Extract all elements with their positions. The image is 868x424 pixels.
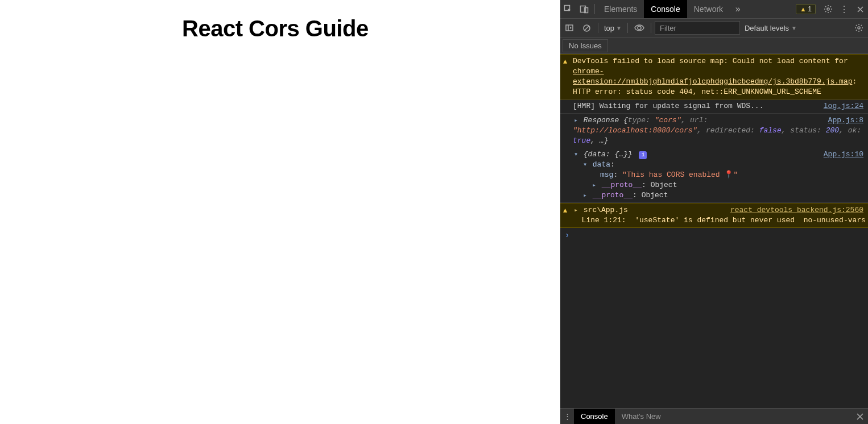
console-log-area: ▲ DevTools failed to load source map: Co… [560,54,868,408]
device-toggle-icon[interactable] [576,0,592,18]
kebab-menu-icon[interactable]: ⋮ [836,0,852,18]
warnings-count: 1 [808,5,812,13]
live-expression-icon[interactable] [631,19,647,37]
warning-icon: ▲ [800,6,806,13]
settings-icon[interactable] [820,0,836,18]
separator [594,4,595,14]
tab-elements[interactable]: Elements [597,0,644,18]
prop-key: msg [600,171,613,179]
tab-console[interactable]: Console [644,0,687,18]
prop-key: data [593,160,610,169]
log-hmr: log.js:24 [HMR] Waiting for update signa… [560,99,868,114]
log-warning-sourcemap: ▲ DevTools failed to load source map: Co… [560,54,868,99]
proto-key: __proto__ [593,191,633,199]
chevron-down-icon: ▼ [791,25,797,31]
chevron-down-icon: ▼ [616,25,622,31]
separator [627,23,628,33]
collapse-arrow-icon[interactable] [573,149,579,160]
object-summary: {data: {…}} [584,150,633,159]
drawer-tab-whatsnew[interactable]: What's New [615,409,668,424]
svg-point-6 [638,26,641,30]
prop-value: "This has CORS enabled 📍" [622,171,738,179]
separator [651,23,651,33]
console-toolbar: top ▼ Default levels ▼ [560,19,868,38]
log-levels-selector[interactable]: Default levels ▼ [741,24,800,32]
tab-network[interactable]: Network [687,0,730,18]
devtools-tab-bar: Elements Console Network » ▲ 1 ⋮ [560,0,868,19]
log-levels-label: Default levels [745,24,789,32]
close-icon[interactable] [852,409,868,424]
svg-point-7 [858,27,860,29]
no-issues-button[interactable]: No Issues [563,39,608,52]
devtools-panel: Elements Console Network » ▲ 1 ⋮ top [560,0,868,424]
page-content: React Cors Guide [0,0,560,424]
expand-arrow-icon[interactable] [591,180,597,190]
warn-text-lead: DevTools failed to load source map: Coul… [573,57,848,65]
expand-arrow-icon[interactable] [573,115,579,126]
console-prompt[interactable]: › [560,228,868,243]
source-link[interactable]: log.js:24 [824,101,863,111]
expand-arrow-icon[interactable] [582,190,588,201]
page-title: React Cors Guide [182,16,543,41]
proto-key: __proto__ [602,181,642,189]
info-badge-icon[interactable]: i [639,151,647,159]
drawer-tab-console[interactable]: Console [574,409,615,424]
log-warning-lint: ▲ react_devtools_backend.js:2560 src\App… [560,203,868,228]
log-response: App.js:8 Response {type: "cors", url: "h… [560,114,868,148]
source-link[interactable]: App.js:8 [828,115,863,126]
source-link[interactable]: App.js:10 [824,149,863,160]
sidebar-toggle-icon[interactable] [561,19,577,37]
context-selector[interactable]: top ▼ [602,23,624,34]
log-text: [HMR] Waiting for update signal from WDS… [573,102,763,110]
more-tabs-icon[interactable]: » [730,0,746,18]
warn-body: Line 1:21: 'useState' is defined but nev… [573,216,866,225]
console-settings-icon[interactable] [851,19,867,37]
context-label: top [604,24,614,32]
kebab-menu-icon[interactable]: ⋮ [560,409,574,424]
proto-value: : Object [633,191,668,199]
warnings-badge[interactable]: ▲ 1 [796,4,816,14]
expand-arrow-icon[interactable] [573,205,579,215]
close-icon[interactable] [852,0,868,18]
separator [598,23,598,33]
issues-bar: No Issues [560,38,868,54]
inspect-icon[interactable] [560,0,576,18]
svg-point-3 [827,8,829,10]
clear-console-icon[interactable] [578,19,594,37]
log-object-expanded: App.js:10 {data: {…}} i data: msg: "This… [560,148,868,203]
filter-input[interactable] [655,21,740,35]
sourcemap-link[interactable]: chrome-extension://nmibbjghlmdiafjolcphd… [573,67,852,86]
warning-icon: ▲ [563,206,567,216]
warn-file: src\App.js [584,206,628,214]
warning-icon: ▲ [563,57,567,67]
proto-value: : Object [642,181,677,189]
source-link[interactable]: react_devtools_backend.js:2560 [730,205,863,215]
collapse-arrow-icon[interactable] [582,160,588,170]
drawer-tabs: ⋮ Console What's New [560,408,868,424]
svg-rect-4 [566,25,573,31]
